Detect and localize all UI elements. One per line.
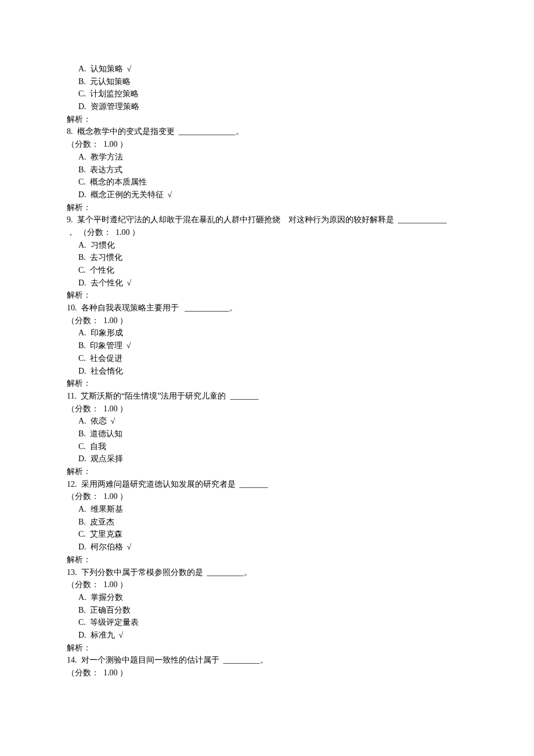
- option: C. 等级评定量表: [78, 616, 467, 629]
- option: B. 皮亚杰: [78, 516, 467, 529]
- question-stem: 9. 某个平时遵纪守法的人却敢于混在暴乱的人群中打砸抢烧 对这种行为原因的较好解…: [67, 214, 467, 226]
- option: B. 道德认知: [78, 428, 467, 440]
- option: D. 概念正例的无关特征 √: [78, 189, 467, 201]
- option: D. 去个性化 √: [78, 277, 467, 290]
- option: C. 自我: [78, 440, 467, 453]
- score-label: （分数： 1.00 ）: [67, 578, 467, 591]
- question-stem: 12. 采用两难问题研究道德认知发展的研究者是 _______: [67, 478, 467, 491]
- analysis-label: 解析：: [67, 465, 467, 478]
- score-label: （分数： 1.00 ）: [67, 667, 467, 679]
- analysis-label: 解析：: [67, 377, 467, 390]
- option: D. 资源管理策略: [78, 100, 467, 113]
- option: A. 教学方法: [78, 151, 467, 164]
- option: A. 维果斯基: [78, 503, 467, 516]
- option: A. 印象形成: [78, 327, 467, 339]
- question-stem: 14. 对一个测验中题目间一致性的估计属于 _________。: [67, 654, 467, 667]
- option: A. 认知策略 √: [78, 63, 467, 75]
- question-stem-cont: ， （分数： 1.00 ）: [67, 226, 467, 239]
- analysis-label: 解析：: [67, 642, 467, 654]
- option: C. 计划监控策略: [78, 88, 467, 100]
- option: B. 正确百分数: [78, 604, 467, 617]
- score-label: （分数： 1.00 ）: [67, 314, 467, 327]
- analysis-label: 解析：: [67, 289, 467, 302]
- option: C. 社会促进: [78, 352, 467, 365]
- option: B. 去习惯化: [78, 251, 467, 264]
- option: B. 表达方式: [78, 164, 467, 176]
- question-stem: 11. 艾斯沃斯的“陌生情境”法用于研究儿童的 _______: [67, 390, 467, 403]
- option: D. 柯尔伯格 √: [78, 541, 467, 554]
- question-stem: 10. 各种自我表现策略主要用于 ___________。: [67, 302, 467, 314]
- document-page: A. 认知策略 √ B. 元认知策略 C. 计划监控策略 D. 资源管理策略 解…: [0, 0, 534, 714]
- option: C. 个性化: [78, 264, 467, 277]
- score-label: （分数： 1.00 ）: [67, 490, 467, 503]
- option: A. 习惯化: [78, 239, 467, 252]
- option: B. 元认知策略: [78, 75, 467, 88]
- analysis-label: 解析：: [67, 201, 467, 214]
- option: D. 社会惰化: [78, 365, 467, 378]
- option: B. 印象管理 √: [78, 339, 467, 352]
- option: A. 依恋 √: [78, 415, 467, 428]
- option: D. 标准九 √: [78, 629, 467, 642]
- analysis-label: 解析：: [67, 554, 467, 566]
- option: C. 艾里克森: [78, 528, 467, 541]
- option: D. 观点采择: [78, 453, 467, 465]
- question-stem: 8. 概念教学中的变式是指变更 ______________。: [67, 125, 467, 138]
- analysis-label: 解析：: [67, 113, 467, 126]
- option: A. 掌握分数: [78, 591, 467, 604]
- score-label: （分数： 1.00 ）: [67, 138, 467, 151]
- question-stem: 13. 下列分数中属于常模参照分数的是 _________。: [67, 566, 467, 579]
- option: C. 概念的本质属性: [78, 176, 467, 189]
- score-label: （分数： 1.00 ）: [67, 403, 467, 415]
